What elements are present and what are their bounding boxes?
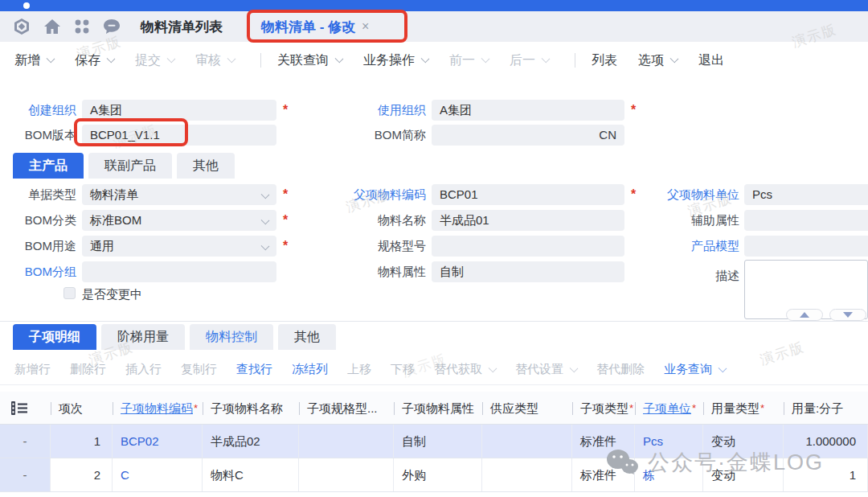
toolbar-next-button[interactable]: 后一 xyxy=(510,52,549,69)
tab-other-bottom[interactable]: 其他 xyxy=(278,324,336,350)
toolbar-business-ops-button[interactable]: 业务操作 xyxy=(363,52,428,69)
aux-attr-field[interactable] xyxy=(744,210,868,231)
tab-step-usage[interactable]: 阶梯用量 xyxy=(101,324,185,350)
cell-child-attr[interactable]: 外购 xyxy=(394,458,482,491)
parent-unit-label[interactable]: 父项物料单位 xyxy=(659,184,739,205)
material-name-field[interactable]: 半成品01 xyxy=(432,210,624,231)
cell-child-attr[interactable]: 自制 xyxy=(394,425,482,458)
parent-code-field[interactable]: BCP01 xyxy=(432,184,624,205)
grid-substitute-set-button[interactable]: 替代设置 xyxy=(515,362,577,377)
column-header-supply-type[interactable]: 供应类型 xyxy=(482,392,572,424)
cell-seq[interactable]: 2 xyxy=(51,458,113,491)
cell-usage-type[interactable]: 变动 xyxy=(703,425,784,458)
cell-usage-type[interactable]: 变动 xyxy=(703,458,784,491)
required-star: * xyxy=(283,210,288,231)
cell-child-unit[interactable]: Pcs xyxy=(635,425,703,458)
toolbar-separator xyxy=(575,53,575,68)
doc-type-select[interactable]: 物料清单 xyxy=(82,184,276,205)
grid-find-row-button[interactable]: 查找行 xyxy=(236,362,272,377)
parent-unit-field[interactable]: Pcs xyxy=(744,184,868,205)
tab-child-detail[interactable]: 子项明细 xyxy=(13,324,96,350)
bom-version-label: BOM版本 xyxy=(0,125,76,146)
cell-child-type[interactable]: 标准件 xyxy=(572,425,635,458)
row-marker[interactable]: - xyxy=(0,425,51,458)
tab-main-product[interactable]: 主产品 xyxy=(13,153,84,179)
grid-move-up-button[interactable]: 上移 xyxy=(347,362,371,377)
toolbar-save-button[interactable]: 保存 xyxy=(75,52,114,69)
collapse-down-button[interactable] xyxy=(829,309,866,321)
create-org-label[interactable]: 创建组织 xyxy=(0,100,76,121)
cell-child-name[interactable]: 物料C xyxy=(203,458,299,491)
grid-substitute-get-button[interactable]: 替代获取 xyxy=(434,362,496,377)
table-row[interactable]: - 2 C 物料C 外购 标准件 栋 变动 1 xyxy=(0,458,868,492)
tab-material-control[interactable]: 物料控制 xyxy=(190,324,273,350)
home-icon[interactable] xyxy=(43,18,61,35)
spec-model-field[interactable] xyxy=(432,236,624,257)
triangle-up-icon xyxy=(800,312,809,318)
cell-child-code[interactable]: BCP02 xyxy=(113,425,203,458)
cell-supply-type[interactable] xyxy=(482,458,572,491)
chevron-down-icon xyxy=(481,55,490,64)
apps-icon[interactable] xyxy=(74,18,90,35)
cell-child-spec[interactable] xyxy=(299,425,394,458)
column-header-child-type[interactable]: 子项类型* xyxy=(572,392,635,424)
row-settings-icon[interactable] xyxy=(0,392,51,424)
column-header-child-code[interactable]: 子项物料编码* xyxy=(113,392,203,424)
cell-child-spec[interactable] xyxy=(299,458,394,491)
cell-usage-numerator[interactable]: 1 xyxy=(784,458,868,491)
column-header-child-attr[interactable]: 子项物料属性 xyxy=(394,392,482,424)
cell-supply-type[interactable] xyxy=(482,425,572,458)
column-header-child-unit[interactable]: 子项单位* xyxy=(635,392,703,424)
grid-copy-row-button[interactable]: 复制行 xyxy=(181,362,217,377)
cell-seq[interactable]: 1 xyxy=(51,425,113,458)
grid-freeze-column-button[interactable]: 冻结列 xyxy=(292,362,328,377)
toolbar-options-button[interactable]: 选项 xyxy=(638,52,678,69)
toolbar-previous-button[interactable]: 前一 xyxy=(449,52,489,69)
column-header-child-name[interactable]: 子项物料名称 xyxy=(203,392,299,424)
cell-child-name[interactable]: 半成品02 xyxy=(203,425,299,458)
logo-icon[interactable] xyxy=(13,18,31,35)
message-icon[interactable] xyxy=(103,18,121,35)
grid-move-down-button[interactable]: 下移 xyxy=(391,362,415,377)
main-toolbar: 新增 保存 提交 审核 关联查询 业务操作 前一 后一 列表 选项 退出 xyxy=(0,42,868,79)
toolbar-submit-button[interactable]: 提交 xyxy=(135,52,174,69)
cell-usage-numerator[interactable]: 1.000000 xyxy=(784,425,868,458)
bom-category-select[interactable]: 标准BOM xyxy=(82,210,276,231)
cell-child-unit[interactable]: 栋 xyxy=(635,458,703,491)
grid-business-query-button[interactable]: 业务查询 xyxy=(664,362,726,377)
grid-insert-row-button[interactable]: 插入行 xyxy=(125,362,162,377)
bom-group-label[interactable]: BOM分组 xyxy=(0,261,76,282)
toolbar-new-button[interactable]: 新增 xyxy=(14,52,54,69)
grid-add-row-button[interactable]: 新增行 xyxy=(14,362,51,377)
tab-co-products[interactable]: 联副产品 xyxy=(88,153,172,179)
column-header-seq[interactable]: 项次 xyxy=(51,392,113,424)
material-name-label: 物料名称 xyxy=(350,210,426,231)
cell-child-code[interactable]: C xyxy=(113,458,203,491)
tab-other-top[interactable]: 其他 xyxy=(177,153,235,179)
toolbar-audit-button[interactable]: 审核 xyxy=(195,52,235,69)
collapse-up-button[interactable] xyxy=(786,309,823,321)
bom-short-field[interactable]: CN xyxy=(432,125,624,146)
product-model-label[interactable]: 产品模型 xyxy=(659,236,739,257)
grid-delete-row-button[interactable]: 删除行 xyxy=(70,362,106,377)
column-header-usage-type[interactable]: 用量类型* xyxy=(703,392,784,424)
bom-group-field[interactable] xyxy=(82,261,276,282)
toolbar-exit-button[interactable]: 退出 xyxy=(698,52,724,69)
cell-child-type[interactable]: 标准件 xyxy=(572,458,635,491)
row-marker[interactable]: - xyxy=(0,458,51,491)
product-model-field[interactable] xyxy=(744,236,868,257)
use-org-field[interactable]: A集团 xyxy=(432,100,624,121)
grid-substitute-delete-button[interactable]: 替代删除 xyxy=(596,362,645,377)
changing-checkbox[interactable] xyxy=(63,287,76,299)
column-header-child-spec[interactable]: 子项规格型... xyxy=(299,392,394,424)
use-org-label[interactable]: 使用组织 xyxy=(350,100,426,121)
table-header-row: 项次 子项物料编码* 子项物料名称 子项规格型... 子项物料属性 供应类型 子… xyxy=(0,392,868,425)
tab-bom-list[interactable]: 物料清单列表 xyxy=(141,11,223,42)
toolbar-related-query-button[interactable]: 关联查询 xyxy=(277,52,342,69)
toolbar-list-button[interactable]: 列表 xyxy=(592,52,617,69)
material-attr-field[interactable]: 自制 xyxy=(432,261,624,282)
bom-usage-select[interactable]: 通用 xyxy=(82,236,276,257)
column-header-usage-numerator[interactable]: 用量:分子 xyxy=(784,392,868,424)
parent-code-label[interactable]: 父项物料编码 xyxy=(350,184,426,205)
table-row[interactable]: - 1 BCP02 半成品02 自制 标准件 Pcs 变动 1.000000 xyxy=(0,425,868,458)
